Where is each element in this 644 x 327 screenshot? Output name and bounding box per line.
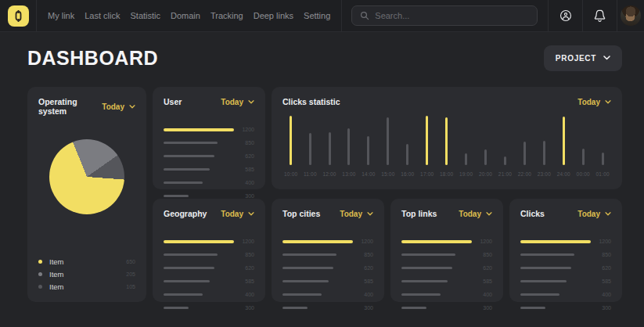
- time-label: 20:00: [479, 171, 492, 177]
- bar-track: [164, 307, 234, 309]
- bar-track: [164, 128, 234, 131]
- bar: [426, 116, 428, 165]
- time-label: 18:00: [440, 171, 453, 177]
- user-card: User Today 1200850620585400300: [153, 87, 265, 189]
- dashboard-page: DASHBOARD PROJECT Operating system Today…: [0, 45, 644, 302]
- period-select-operating-system[interactable]: Today: [102, 102, 135, 111]
- operating-system-card: Operating system Today Item650Item205Ite…: [27, 87, 146, 302]
- bar: [401, 240, 472, 243]
- nav-last-click[interactable]: Last click: [85, 11, 120, 20]
- bar-track: [164, 267, 234, 269]
- bar: [367, 136, 369, 165]
- bar: [504, 156, 506, 165]
- period-select-user[interactable]: Today: [221, 98, 254, 106]
- bar-row: 585: [401, 278, 492, 284]
- main-nav: My link Last click Statistic Domain Trac…: [37, 0, 341, 31]
- bar: [387, 117, 389, 165]
- nav-statistic[interactable]: Statistic: [130, 11, 160, 20]
- bar: [290, 116, 292, 165]
- legend-dot: [38, 285, 42, 289]
- nav-deep-links[interactable]: Deep links: [254, 11, 293, 20]
- geography-card: Geography Today 1200850620585400300: [153, 199, 265, 302]
- time-label: 14:00: [362, 171, 375, 177]
- bar: [520, 293, 559, 296]
- bar: [520, 307, 545, 309]
- period-select-clicks-statistic[interactable]: Today: [577, 98, 611, 106]
- bar: [282, 267, 333, 269]
- bar-value: 400: [353, 292, 373, 297]
- bar-row: 620: [164, 153, 254, 159]
- bar-row: 1200: [164, 239, 254, 244]
- bar-track: [520, 307, 591, 309]
- bar-value: 850: [353, 252, 373, 257]
- bar-track: [164, 280, 234, 282]
- bar-row: 620: [401, 265, 492, 271]
- nav-setting[interactable]: Setting: [304, 11, 330, 20]
- bar-track: [164, 195, 234, 197]
- legend-row: Item205: [38, 270, 135, 278]
- legend-value: 205: [126, 271, 135, 277]
- bar-row: 585: [520, 278, 611, 284]
- search-bar: [351, 5, 538, 26]
- account-icon: [559, 9, 573, 23]
- bar: [401, 307, 426, 309]
- project-button[interactable]: PROJECT: [544, 45, 622, 71]
- clicks-statistic-bar-chart: 10:0011:0012:0013:0014:0015:0016:0017:00…: [282, 116, 611, 177]
- nav-domain[interactable]: Domain: [171, 11, 200, 20]
- legend-dot: [38, 272, 42, 276]
- bar-column: 20:00: [479, 116, 492, 177]
- bar-value: 300: [472, 305, 492, 311]
- bar: [164, 155, 214, 157]
- bar: [164, 142, 218, 144]
- bar-value: 300: [234, 305, 254, 311]
- bar-value: 620: [234, 153, 254, 159]
- card-title: User: [164, 97, 182, 106]
- search-icon: [360, 11, 369, 20]
- bar-row: 300: [520, 305, 611, 311]
- bar: [164, 253, 218, 256]
- nav-my-link[interactable]: My link: [48, 11, 74, 20]
- nav-tracking[interactable]: Tracking: [210, 11, 243, 20]
- bar: [445, 117, 448, 165]
- notifications-button[interactable]: [582, 0, 617, 31]
- search-input[interactable]: [375, 11, 529, 20]
- time-label: 21:00: [498, 171, 512, 177]
- user-avatar[interactable]: [621, 5, 641, 26]
- bar-row: 400: [282, 292, 373, 297]
- bar-value: 400: [234, 292, 254, 297]
- bar-track: [164, 293, 234, 296]
- bar-value: 620: [472, 265, 492, 271]
- bar-track: [520, 280, 591, 282]
- bar: [282, 280, 329, 282]
- period-select-clicks[interactable]: Today: [577, 210, 611, 218]
- bar-track: [282, 280, 353, 282]
- bar-row: 400: [401, 292, 492, 297]
- period-select-top-links[interactable]: Today: [459, 210, 492, 218]
- bar-value: 300: [591, 305, 611, 311]
- bar-value: 400: [234, 180, 254, 185]
- app-logo[interactable]: [8, 5, 29, 27]
- bar-track: [401, 267, 472, 269]
- bar-row: 850: [164, 140, 254, 146]
- bar: [520, 267, 571, 269]
- bar: [164, 307, 189, 309]
- bar-value: 300: [353, 305, 373, 311]
- bar-row: 850: [282, 252, 373, 257]
- bar: [465, 153, 467, 165]
- card-title: Clicks statistic: [282, 97, 340, 106]
- card-title: Clicks: [520, 209, 545, 218]
- bar-value: 585: [353, 278, 373, 284]
- bar: [484, 149, 487, 165]
- bar-column: 01:00: [596, 116, 610, 177]
- bar-row: 850: [164, 252, 254, 257]
- bar-track: [282, 293, 353, 296]
- bar-track: [520, 293, 591, 296]
- account-button[interactable]: [548, 0, 582, 31]
- period-select-top-cities[interactable]: Today: [340, 210, 373, 218]
- time-label: 22:00: [518, 171, 531, 177]
- time-label: 13:00: [342, 171, 355, 177]
- period-select-geography[interactable]: Today: [221, 210, 254, 218]
- bar-column: 12:00: [322, 116, 336, 177]
- bar-column: 18:00: [440, 116, 453, 177]
- bar-value: 1200: [234, 127, 254, 132]
